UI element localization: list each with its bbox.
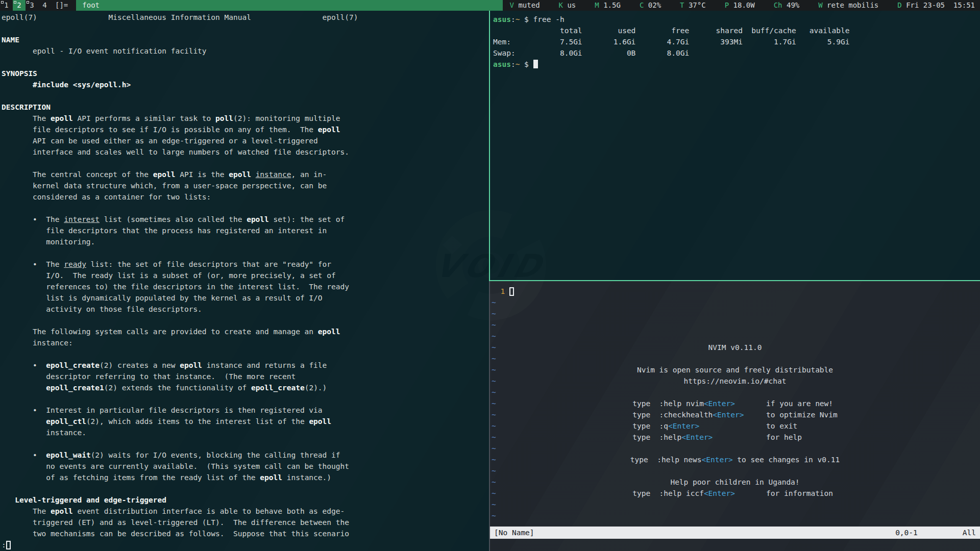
- nvim-tilde: ~: [492, 331, 496, 342]
- terminal-line: Mem: 7.5Gi 1.6Gi 4.7Gi 393Mi 1.7Gi 5.9Gi: [493, 36, 980, 47]
- status-value: rete mobilis: [823, 1, 879, 9]
- status-module-M: M 1.5G: [595, 0, 621, 11]
- man-line: descriptor referring to that instance. (…: [2, 371, 489, 382]
- status-module-K: K us: [559, 0, 576, 11]
- nvim-tilde: ~: [492, 308, 496, 319]
- tilde-glyph: ~: [492, 388, 496, 396]
- man-page-pane[interactable]: epoll(7) Miscellaneous Information Manua…: [0, 11, 489, 551]
- terminal-line: asus:~ $ free -h: [493, 14, 980, 25]
- man-line: [2, 23, 489, 34]
- tilde-glyph: ~: [492, 332, 496, 340]
- pager-prompt: :: [2, 539, 489, 550]
- status-module-Ch: Ch 49%: [774, 0, 800, 11]
- nvim-buffer-name: [No Name]: [494, 529, 534, 537]
- layout-symbol[interactable]: []=: [52, 0, 71, 11]
- man-line: triggered (ET) and as level-triggered (L…: [2, 517, 489, 528]
- man-line: • epoll_wait(2) waits for I/O events, bl…: [2, 449, 489, 461]
- status-key: V: [510, 1, 514, 9]
- status-module-C: C 02%: [640, 0, 661, 11]
- terminal-cursor: [533, 60, 538, 68]
- man-line: The epoll API performs a similar task to…: [2, 113, 489, 124]
- workspace-occupied-indicator: [1, 1, 4, 4]
- man-line: considered as a container for two lists:: [2, 191, 489, 203]
- man-line: interface and scales well to large numbe…: [2, 146, 489, 158]
- workspace-2[interactable]: 2: [13, 0, 26, 11]
- man-line: instance:: [2, 337, 489, 348]
- man-line: file descriptors to see if I/O is possib…: [2, 124, 489, 135]
- nvim-scroll-position: All: [963, 529, 976, 537]
- status-module-D: D Fri 23-05 15:51: [897, 0, 975, 11]
- nvim-tilde: ~: [492, 499, 496, 510]
- status-key: T: [680, 1, 684, 9]
- man-line: epoll_create1(2) extends the functionali…: [2, 382, 489, 393]
- nvim-intro-line: https://neovim.io/#chat: [490, 375, 980, 387]
- man-line: monitoring.: [2, 236, 489, 247]
- terminal-line: Swap: 8.0Gi 0B 8.0Gi: [493, 47, 980, 59]
- inactive-pane-border: [489, 281, 490, 551]
- active-pane-border-left: [489, 11, 490, 281]
- man-line: API can be used either as an edge-trigge…: [2, 135, 489, 146]
- man-line: of as fetching items from the ready list…: [2, 472, 489, 483]
- nvim-intro-line: type :help iccf<Enter> for information: [490, 488, 980, 499]
- nvim-intro-line: type :help news<Enter> to see changes in…: [490, 454, 980, 465]
- man-line: The central concept of the epoll API is …: [2, 169, 489, 180]
- nvim-line-number: 1: [492, 287, 509, 295]
- status-bar: 1234 []= foot V mutedK usM 1.5GC 02%T 37…: [0, 0, 980, 11]
- man-line: Level-triggered and edge-triggered: [2, 494, 489, 506]
- status-key: P: [725, 1, 729, 9]
- man-line: [2, 315, 489, 326]
- tilde-glyph: ~: [492, 321, 496, 329]
- man-line: I/O. The ready list is a subset of (or, …: [2, 270, 489, 281]
- status-value: 02%: [644, 1, 661, 9]
- nvim-intro-line: type :checkhealth<Enter> to optimize Nvi…: [490, 409, 980, 420]
- man-line: #include <sys/epoll.h>: [2, 79, 489, 90]
- nvim-intro-line: Nvim is open source and freely distribut…: [490, 364, 980, 375]
- man-line: [2, 348, 489, 360]
- man-line: kernel data structure which, from a user…: [2, 180, 489, 191]
- nvim-pane[interactable]: 1 ~~~~~~~~~~~~~~~~~~~~ NVIM v0.11.0Nvim …: [490, 281, 980, 551]
- man-line: epoll_ctl(2), which adds items to the in…: [2, 416, 489, 427]
- workspace-4[interactable]: 4: [38, 0, 51, 11]
- man-line: epoll - I/O event notification facility: [2, 45, 489, 57]
- workspace-1[interactable]: 1: [0, 0, 13, 11]
- man-line: activity on those file descriptors.: [2, 304, 489, 315]
- man-line: two mechanisms can be described as follo…: [2, 528, 489, 539]
- man-line: [2, 247, 489, 259]
- man-line: no events are currently available. (This…: [2, 461, 489, 472]
- workspace-label: 1: [4, 1, 8, 9]
- nvim-tilde: ~: [492, 319, 496, 331]
- status-modules: V mutedK usM 1.5GC 02%T 37°CP 18.0WCh 49…: [503, 0, 980, 11]
- nvim-intro-line: type :help nvim<Enter> if you are new!: [490, 398, 980, 409]
- terminal-text: asus:~ $ free -h total used free shared …: [493, 14, 980, 70]
- nvim-cursor: [509, 287, 514, 296]
- status-module-W: W rete mobilis: [818, 0, 878, 11]
- workspace-label: 3: [30, 1, 34, 9]
- man-line: • epoll_create(2) creates a new epoll in…: [2, 360, 489, 371]
- terminal-pane[interactable]: asus:~ $ free -h total used free shared …: [490, 11, 980, 280]
- man-line: list is dynamically populated by the ker…: [2, 292, 489, 304]
- workspace-label: 2: [17, 1, 21, 9]
- man-line: NAME: [2, 34, 489, 45]
- workspace-3[interactable]: 3: [26, 0, 38, 11]
- nvim-ruler: 0,0-1: [895, 529, 918, 537]
- status-value: 18.0W: [729, 1, 755, 9]
- workspace-list: 1234: [0, 0, 51, 11]
- focused-window-title: foot: [76, 0, 502, 11]
- status-key: M: [595, 1, 599, 9]
- pager-prompt-colon: :: [2, 541, 6, 549]
- terminal-line: asus:~ $: [493, 59, 980, 70]
- status-value: muted: [514, 1, 540, 9]
- man-line: • The interest list (sometimes also call…: [2, 214, 489, 225]
- man-line: • Interest in particular file descriptor…: [2, 405, 489, 416]
- man-line: file descriptors that the process has re…: [2, 225, 489, 236]
- man-line: The following system calls are provided …: [2, 326, 489, 337]
- status-value: us: [563, 1, 576, 9]
- man-line: [2, 483, 489, 494]
- nvim-tilde: ~: [492, 510, 496, 521]
- tilde-glyph: ~: [492, 467, 496, 475]
- tilde-glyph: ~: [492, 444, 496, 453]
- nvim-tilde: ~: [492, 387, 496, 398]
- workspace-occupied-indicator: [14, 1, 16, 4]
- workspace-occupied-indicator: [27, 1, 29, 4]
- man-line: [2, 158, 489, 169]
